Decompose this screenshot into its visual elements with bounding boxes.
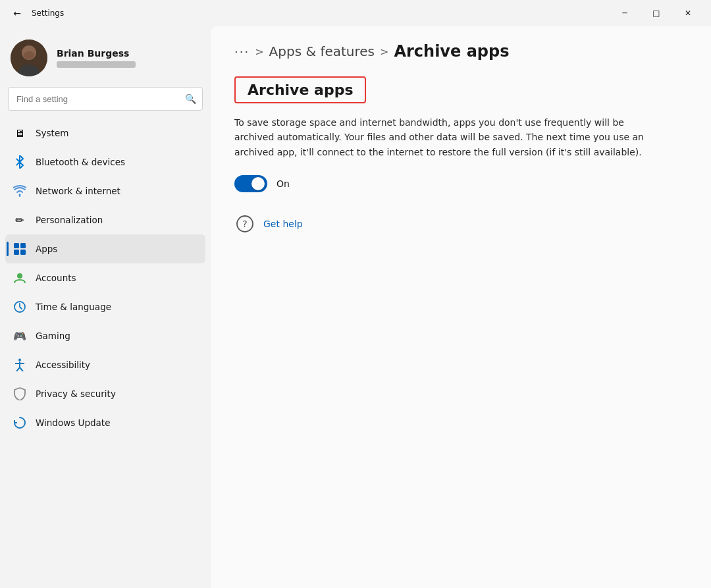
back-button[interactable]: ←	[8, 4, 26, 22]
svg-rect-8	[20, 250, 26, 255]
accessibility-icon	[13, 358, 26, 371]
sidebar-item-system[interactable]: 🖥 System	[5, 119, 205, 147]
sidebar-item-label: Network & internet	[36, 186, 120, 196]
svg-point-3	[24, 51, 34, 59]
profile-info: Brian Burgess	[57, 48, 136, 68]
sidebar-item-accounts[interactable]: Accounts	[5, 263, 205, 292]
avatar[interactable]	[11, 40, 47, 76]
breadcrumb-separator-2: >	[380, 45, 388, 58]
svg-line-14	[16, 367, 20, 371]
breadcrumb-current: Archive apps	[394, 42, 509, 61]
sidebar-item-label: Gaming	[36, 331, 70, 341]
personalization-icon: ✏️	[13, 213, 26, 227]
sidebar-item-personalization[interactable]: ✏️ Personalization	[5, 205, 205, 234]
archive-apps-title: Archive apps	[248, 82, 353, 98]
svg-rect-7	[14, 250, 19, 255]
svg-point-9	[17, 273, 22, 279]
toggle-knob	[251, 177, 265, 190]
sidebar-item-gaming[interactable]: 🎮 Gaming	[5, 321, 205, 350]
maximize-button[interactable]: □	[641, 3, 672, 24]
get-help-link[interactable]: Get help	[263, 219, 303, 229]
svg-point-11	[18, 359, 21, 361]
svg-point-4	[19, 194, 21, 196]
breadcrumb: ··· > Apps & features > Archive apps	[234, 42, 687, 61]
search-container: 🔍	[5, 87, 205, 119]
sidebar-item-time-language[interactable]: Time & language	[5, 292, 205, 321]
windows-update-icon	[13, 416, 26, 429]
svg-rect-5	[14, 243, 19, 248]
sidebar-item-label: Personalization	[36, 215, 103, 225]
sidebar-item-privacy[interactable]: Privacy & security	[5, 379, 205, 408]
search-icon: 🔍	[185, 94, 196, 104]
breadcrumb-separator-1: >	[255, 45, 263, 58]
sidebar-item-network[interactable]: Network & internet	[5, 176, 205, 205]
archive-apps-description: To save storage space and internet bandw…	[234, 115, 656, 159]
svg-line-15	[20, 367, 23, 371]
sidebar-item-label: System	[36, 128, 68, 138]
help-icon: ?	[234, 213, 255, 234]
profile-name: Brian Burgess	[57, 48, 136, 59]
sidebar-item-windows-update[interactable]: Windows Update	[5, 408, 205, 437]
sidebar: Brian Burgess 🔍 🖥 System Bluetooth & de	[0, 26, 211, 588]
sidebar-item-label: Accessibility	[36, 360, 90, 370]
sidebar-item-label: Privacy & security	[36, 388, 116, 399]
titlebar: ← Settings ─ □ ✕	[0, 0, 711, 26]
breadcrumb-apps-features[interactable]: Apps & features	[269, 43, 375, 59]
sidebar-item-accessibility[interactable]: Accessibility	[5, 350, 205, 379]
sidebar-item-label: Windows Update	[36, 417, 110, 428]
sidebar-item-bluetooth[interactable]: Bluetooth & devices	[5, 147, 205, 176]
sidebar-item-label: Bluetooth & devices	[36, 157, 125, 167]
minimize-button[interactable]: ─	[610, 3, 640, 24]
app-container: Brian Burgess 🔍 🖥 System Bluetooth & de	[0, 26, 711, 588]
profile-section: Brian Burgess	[5, 32, 205, 87]
privacy-icon	[13, 387, 26, 400]
breadcrumb-dots[interactable]: ···	[234, 45, 250, 59]
apps-icon	[13, 242, 26, 255]
archive-apps-toggle-row: On	[234, 175, 687, 192]
archive-apps-toggle[interactable]	[234, 175, 267, 192]
sidebar-item-label: Time & language	[36, 302, 111, 312]
search-input[interactable]	[8, 87, 203, 111]
get-help-row: ? Get help	[234, 213, 687, 234]
svg-rect-6	[20, 243, 26, 248]
profile-email	[57, 61, 136, 68]
content-area: ··· > Apps & features > Archive apps Arc…	[211, 26, 711, 588]
sidebar-item-label: Accounts	[36, 273, 76, 283]
toggle-label: On	[276, 178, 290, 189]
system-icon: 🖥	[13, 126, 26, 140]
svg-text:?: ?	[242, 219, 247, 229]
sidebar-item-apps[interactable]: Apps	[5, 234, 205, 263]
gaming-icon: 🎮	[13, 329, 26, 342]
accounts-icon	[13, 271, 26, 284]
archive-apps-heading-box: Archive apps	[234, 76, 366, 103]
app-title: Settings	[32, 9, 64, 18]
close-button[interactable]: ✕	[673, 3, 703, 24]
sidebar-nav: 🖥 System Bluetooth & devices	[5, 119, 205, 437]
bluetooth-icon	[13, 155, 26, 169]
time-language-icon	[13, 300, 26, 313]
window-controls: ─ □ ✕	[610, 3, 703, 24]
network-icon	[13, 184, 26, 198]
sidebar-item-label: Apps	[36, 244, 57, 254]
